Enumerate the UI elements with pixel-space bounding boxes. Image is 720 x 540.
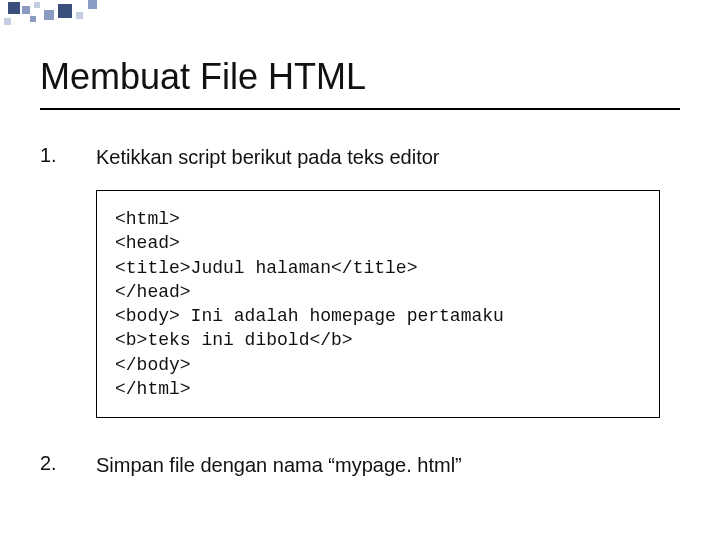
step-2: 2. Simpan file dengan nama “mypage. html… [40,452,680,478]
corner-decoration [0,0,120,30]
title-rule [40,108,680,110]
code-block: <html> <head> <title>Judul halaman</titl… [96,190,660,418]
slide-content: Membuat File HTML 1. Ketikkan script ber… [0,0,720,478]
step-1-number: 1. [40,144,96,167]
step-2-number: 2. [40,452,96,475]
step-2-text: Simpan file dengan nama “mypage. html” [96,452,462,478]
step-1: 1. Ketikkan script berikut pada teks edi… [40,144,680,170]
step-1-text: Ketikkan script berikut pada teks editor [96,144,440,170]
slide-title: Membuat File HTML [40,56,680,98]
